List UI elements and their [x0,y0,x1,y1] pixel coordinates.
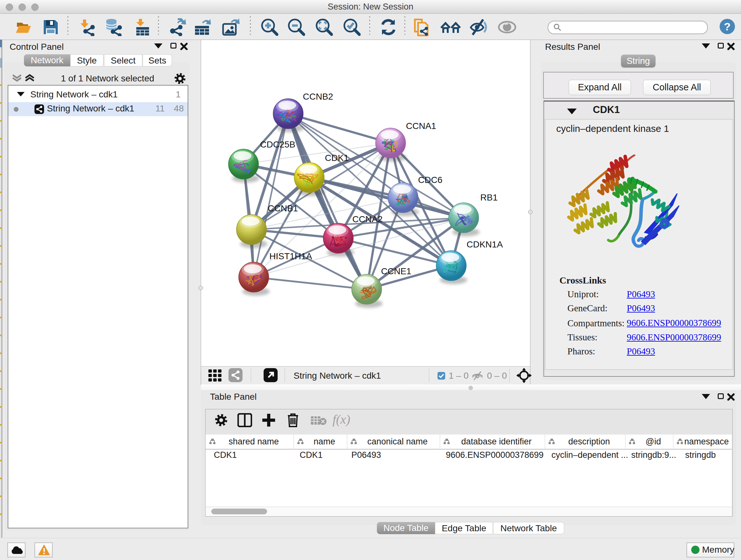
svg-text:RB1: RB1 [480,192,497,202]
svg-text:CDK1: CDK1 [325,153,349,163]
svg-text:CCNE1: CCNE1 [381,266,411,276]
svg-text:HIST1H1A: HIST1H1A [269,251,312,261]
svg-text:CDC6: CDC6 [418,175,442,185]
svg-text:CDC25B: CDC25B [260,139,295,149]
svg-text:CCNB1: CCNB1 [268,203,298,213]
svg-text:CCNA1: CCNA1 [406,121,436,131]
svg-text:CDKN1A: CDKN1A [467,240,503,249]
svg-text:CCNA2: CCNA2 [352,214,383,224]
svg-text:CCNB2: CCNB2 [303,91,333,102]
svg-text:?: ? [724,20,731,33]
